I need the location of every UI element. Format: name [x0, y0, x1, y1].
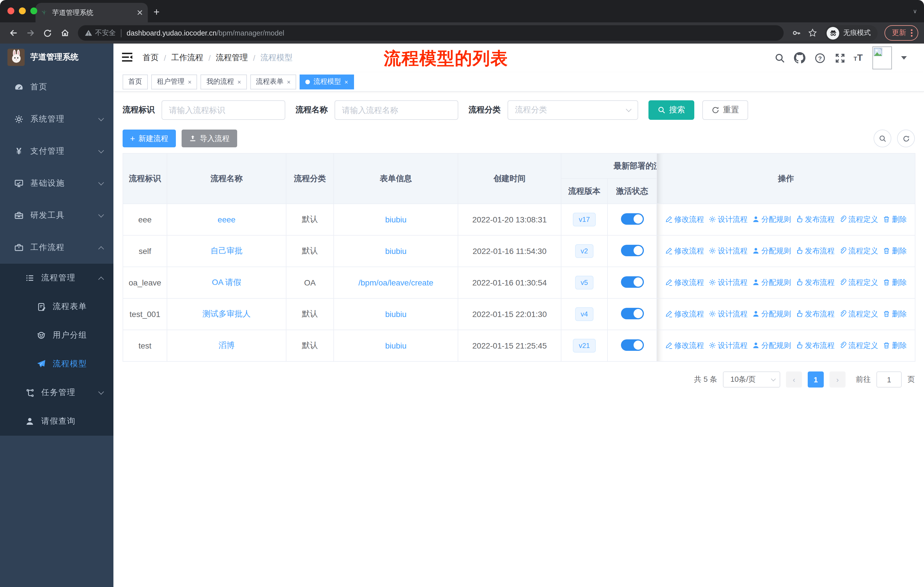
active-toggle[interactable] [621, 213, 644, 225]
tab-close-icon[interactable]: ✕ [137, 8, 143, 17]
action-publish-link[interactable]: 发布流程 [796, 341, 835, 351]
minimize-window-button[interactable] [19, 7, 26, 14]
tag-view-item[interactable]: 我的流程× [201, 74, 247, 89]
refresh-table-button[interactable] [897, 129, 915, 147]
tag-close-icon[interactable]: × [238, 78, 241, 85]
action-edit-link[interactable]: 修改流程 [665, 341, 704, 351]
page-size-select[interactable]: 10条/页 [723, 372, 780, 387]
sidebar-item-user-group[interactable]: 用户分组 [0, 321, 114, 350]
goto-page-input[interactable] [876, 372, 902, 387]
action-assign-link[interactable]: 分配规则 [752, 246, 791, 256]
next-page-button[interactable]: › [830, 372, 845, 387]
back-button[interactable] [6, 25, 21, 40]
action-delete-link[interactable]: 删除 [883, 246, 907, 256]
action-publish-link[interactable]: 发布流程 [796, 309, 835, 319]
action-design-link[interactable]: 设计流程 [709, 278, 747, 288]
browser-update-button[interactable]: 更新 [884, 25, 918, 41]
address-bar[interactable]: 不安全 dashboard.yudao.iocoder.cn /bpm/mana… [78, 25, 784, 41]
sidebar-item-system[interactable]: 系统管理 [0, 103, 114, 135]
action-edit-link[interactable]: 修改流程 [665, 309, 704, 319]
active-toggle[interactable] [621, 339, 644, 351]
browser-menu-icon[interactable] [911, 29, 912, 37]
sidebar-item-infrastructure[interactable]: 基础设施 [0, 167, 114, 200]
sidebar-item-workflow[interactable]: 工作流程 [0, 231, 114, 264]
reload-button[interactable] [40, 25, 55, 40]
action-publish-link[interactable]: 发布流程 [796, 278, 835, 288]
search-button[interactable]: 搜索 [648, 100, 694, 120]
action-design-link[interactable]: 设计流程 [709, 309, 747, 319]
window-controls[interactable] [7, 7, 37, 14]
browser-tab[interactable]: 芋道管理系统 ✕ [36, 3, 148, 22]
active-toggle[interactable] [621, 245, 644, 256]
avatar-caret-icon[interactable] [901, 56, 907, 60]
form-link[interactable]: biubiu [385, 246, 407, 256]
sidebar-item-process-management[interactable]: 流程管理 [0, 264, 114, 293]
bookmark-star-icon[interactable] [805, 26, 819, 40]
import-process-button[interactable]: 导入流程 [182, 129, 237, 147]
action-definition-link[interactable]: 流程定义 [839, 246, 878, 256]
tag-close-icon[interactable]: × [188, 78, 191, 85]
action-delete-link[interactable]: 删除 [883, 341, 907, 351]
active-toggle[interactable] [621, 276, 644, 288]
action-design-link[interactable]: 设计流程 [709, 341, 747, 351]
current-page[interactable]: 1 [808, 372, 824, 387]
action-delete-link[interactable]: 删除 [883, 278, 907, 288]
category-select[interactable]: 流程分类 [508, 100, 638, 120]
create-process-button[interactable]: + 新建流程 [122, 129, 176, 147]
toggle-search-button[interactable] [874, 129, 891, 147]
process-name-link[interactable]: OA 请假 [212, 278, 241, 287]
sidebar-item-task-management[interactable]: 任务管理 [0, 378, 114, 407]
action-definition-link[interactable]: 流程定义 [839, 214, 878, 225]
form-link[interactable]: biubiu [385, 341, 407, 350]
process-name-link[interactable]: eeee [218, 215, 236, 224]
form-link[interactable]: /bpm/oa/leave/create [358, 278, 433, 287]
sidebar-item-leave-query[interactable]: 请假查询 [0, 407, 114, 436]
action-assign-link[interactable]: 分配规则 [752, 341, 791, 351]
tag-close-icon[interactable]: × [287, 78, 291, 85]
sidebar-item-devtools[interactable]: 研发工具 [0, 200, 114, 231]
tag-view-item[interactable]: 首页 [122, 74, 148, 89]
action-definition-link[interactable]: 流程定义 [839, 278, 878, 288]
process-key-input[interactable] [162, 100, 285, 120]
sidebar-item-process-model[interactable]: 流程模型 [0, 350, 114, 378]
forward-button[interactable] [23, 25, 38, 40]
new-tab-button[interactable]: + [153, 6, 160, 18]
action-design-link[interactable]: 设计流程 [709, 214, 747, 225]
action-assign-link[interactable]: 分配规则 [752, 214, 791, 225]
sidebar-item-payment[interactable]: ¥ 支付管理 [0, 135, 114, 167]
help-icon[interactable]: ? [813, 51, 826, 64]
breadcrumb-home[interactable]: 首页 [143, 53, 159, 63]
tag-view-item[interactable]: 租户管理× [151, 74, 197, 89]
active-toggle[interactable] [621, 308, 644, 319]
font-size-icon[interactable]: TT [853, 53, 863, 63]
action-publish-link[interactable]: 发布流程 [796, 246, 835, 256]
avatar[interactable] [873, 46, 892, 69]
tag-view-item[interactable]: 流程模型× [300, 74, 354, 89]
action-edit-link[interactable]: 修改流程 [665, 246, 704, 256]
sidebar-item-home[interactable]: 首页 [0, 71, 114, 103]
tab-search-caret-icon[interactable]: ∨ [913, 8, 917, 14]
github-icon[interactable] [794, 51, 806, 64]
action-delete-link[interactable]: 删除 [883, 214, 907, 225]
process-name-link[interactable]: 自己审批 [211, 246, 243, 255]
breadcrumb-workflow[interactable]: 工作流程 [171, 53, 203, 63]
action-publish-link[interactable]: 发布流程 [796, 214, 835, 225]
action-assign-link[interactable]: 分配规则 [752, 309, 791, 319]
action-definition-link[interactable]: 流程定义 [839, 341, 878, 351]
app-logo[interactable]: 芋道管理系统 [0, 43, 114, 71]
home-button[interactable] [57, 25, 72, 40]
security-warning[interactable]: 不安全 [85, 28, 116, 38]
action-edit-link[interactable]: 修改流程 [665, 278, 704, 288]
reset-button[interactable]: 重置 [702, 100, 748, 120]
prev-page-button[interactable]: ‹ [786, 372, 802, 387]
collapse-sidebar-icon[interactable] [122, 52, 134, 64]
fullscreen-icon[interactable] [833, 51, 846, 64]
breadcrumb-process-management[interactable]: 流程管理 [216, 53, 248, 63]
action-assign-link[interactable]: 分配规则 [752, 278, 791, 288]
sidebar-item-process-form[interactable]: 流程表单 [0, 293, 114, 321]
maximize-window-button[interactable] [30, 7, 37, 14]
form-link[interactable]: biubiu [385, 215, 407, 224]
close-window-button[interactable] [7, 7, 14, 14]
tag-close-icon[interactable]: × [345, 78, 348, 85]
process-name-link[interactable]: 滔博 [219, 341, 234, 350]
